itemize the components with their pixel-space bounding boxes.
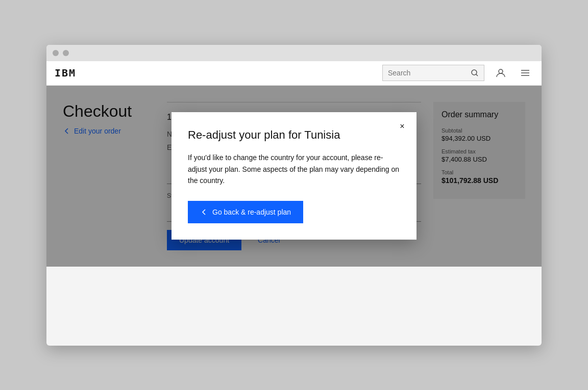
arrow-left-icon [200,208,208,216]
modal-title: Re-adjust your plan for Tunisia [188,128,400,142]
modal-body: If you'd like to change the country for … [188,152,400,186]
content-area: Checkout Edit your order 1. IBM account … [46,86,542,267]
search-bar[interactable] [382,65,484,81]
svg-point-2 [499,69,503,73]
readjust-plan-button[interactable]: Go back & re-adjust plan [188,201,303,223]
window-dot-1 [53,50,59,56]
user-icon[interactable] [493,65,509,81]
modal-dialog: × Re-adjust your plan for Tunisia If you… [172,112,416,239]
svg-line-1 [476,74,478,76]
menu-icon[interactable] [517,65,533,81]
search-icon [471,69,479,77]
search-input[interactable] [388,69,467,77]
navbar: IBM [46,61,542,86]
window-dot-2 [63,50,69,56]
window-chrome [46,45,542,61]
ibm-logo: IBM [55,67,76,79]
modal-overlay: × Re-adjust your plan for Tunisia If you… [46,86,542,267]
modal-close-button[interactable]: × [394,118,410,135]
browser-window: IBM Checkout [46,45,542,346]
